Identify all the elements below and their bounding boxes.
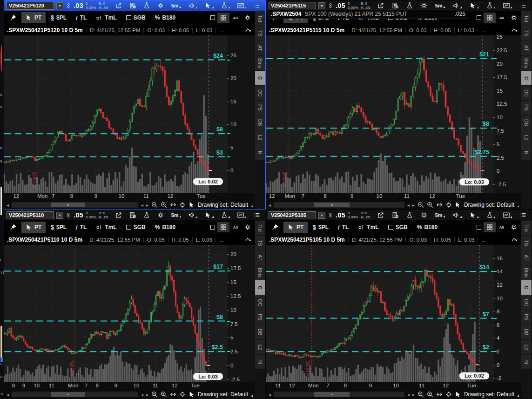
- side-tab-oc[interactable]: OC: [521, 295, 532, 310]
- chart-area[interactable]: 4/18/25$21$8$2.75Lo: 0.03 2522.52017.515…: [266, 35, 521, 193]
- link-icon[interactable]: [328, 212, 333, 218]
- cursor-tool-dropdown[interactable]: [470, 212, 478, 218]
- page-left-icon[interactable]: ◂: [141, 392, 143, 397]
- menu-icon[interactable]: [520, 212, 526, 218]
- side-tab-ts[interactable]: TS: [255, 26, 265, 41]
- candlestick-plot[interactable]: 4/18/25$14$7$2Lo: 0.02: [266, 245, 493, 382]
- zoom-out-icon[interactable]: [151, 391, 158, 398]
- maximize-button[interactable]: [209, 14, 216, 21]
- crosshair-target-icon[interactable]: [179, 391, 186, 398]
- gear-icon[interactable]: [157, 212, 164, 218]
- symbol-dropdown-button[interactable]: ▼: [56, 2, 63, 9]
- chart-scrollbar[interactable]: [274, 202, 404, 208]
- side-tab-l2[interactable]: L2: [255, 130, 265, 145]
- link-icon[interactable]: [66, 212, 71, 218]
- side-tab-at[interactable]: AT: [521, 250, 532, 265]
- symbol-input[interactable]: V250421P5105: [269, 211, 316, 219]
- gear-icon[interactable]: [421, 212, 427, 218]
- side-tab-db[interactable]: DB: [255, 325, 265, 339]
- price-axis[interactable]: 2017.51512.5107.552.50-2.5: [227, 245, 255, 382]
- scroll-left-icon[interactable]: ◂: [269, 392, 271, 397]
- side-tab-ts[interactable]: TS: [255, 236, 265, 250]
- studies-dropdown[interactable]: [221, 2, 230, 9]
- zoom-out-icon[interactable]: [151, 202, 158, 208]
- zoom-in-icon[interactable]: [161, 391, 167, 398]
- share-icon[interactable]: [377, 2, 384, 9]
- menu-icon[interactable]: [254, 212, 260, 218]
- patterns-dropdown[interactable]: [237, 2, 246, 9]
- chart-area[interactable]: 4/18/25$24$8$3Lo: 0.02 2520151050: [4, 35, 255, 193]
- side-tab-db[interactable]: DB: [255, 115, 265, 130]
- side-tab-ts[interactable]: TS: [521, 26, 532, 41]
- link-icon[interactable]: [328, 3, 333, 8]
- zoom-in-icon[interactable]: [161, 202, 167, 208]
- side-tab-n[interactable]: N: [255, 355, 265, 369]
- page-left-icon[interactable]: ◂: [407, 392, 410, 397]
- side-tab-l2[interactable]: L2: [521, 340, 532, 354]
- scrollbar-thumb[interactable]: [314, 392, 350, 397]
- horizontal-expand-icon[interactable]: [436, 391, 443, 398]
- chart-scrollbar[interactable]: [12, 202, 138, 208]
- price-axis[interactable]: 2522.52017.51512.5107.552.50-2.5: [493, 35, 521, 193]
- symbol-input[interactable]: V250421P5110: [7, 211, 54, 219]
- tml-tool-button[interactable]: TmL: [354, 222, 383, 233]
- side-tab-n[interactable]: N: [521, 145, 532, 160]
- side-tab-btns[interactable]: Btns: [521, 265, 532, 280]
- cursor-tool-dropdown[interactable]: [205, 2, 214, 9]
- alerts-dropdown[interactable]: [189, 2, 197, 9]
- b180-tool-button[interactable]: %B180: [151, 222, 180, 233]
- flask-icon[interactable]: [143, 2, 150, 9]
- chart-style-button[interactable]: [241, 27, 255, 34]
- tml-tool-button[interactable]: TmL: [92, 222, 121, 233]
- grid-layout-button[interactable]: [217, 222, 229, 232]
- zoom-out-icon[interactable]: [418, 391, 424, 398]
- chart-scrollbar[interactable]: [274, 392, 404, 397]
- maximize-button[interactable]: [475, 223, 483, 231]
- candlestick-plot[interactable]: 4/18/25$24$8$3Lo: 0.02: [4, 35, 227, 193]
- spl-tool-button[interactable]: $$PL: [309, 222, 333, 233]
- menu-icon[interactable]: [254, 2, 260, 9]
- zoom-in-icon[interactable]: [427, 202, 433, 208]
- cursor-icon[interactable]: [189, 202, 195, 208]
- drawing-set-label[interactable]: Drawing set: Default: [198, 391, 248, 398]
- horizontal-expand-icon[interactable]: [170, 202, 176, 208]
- notes-icon[interactable]: [129, 2, 136, 9]
- menu-icon[interactable]: [520, 2, 526, 9]
- chart-area[interactable]: 4/18/25$14$7$2Lo: 0.02 1614121086420-2: [266, 245, 521, 382]
- studies-dropdown[interactable]: [486, 2, 495, 9]
- timeframe-dropdown[interactable]: 5m: [435, 3, 445, 8]
- tml-tool-button[interactable]: TmL: [92, 12, 121, 23]
- side-tab-db[interactable]: DB: [521, 325, 532, 339]
- time-axis[interactable]: 1112Mon789101112Tue: [266, 382, 521, 390]
- all-button[interactable]: All: [230, 225, 241, 230]
- alerts-dropdown[interactable]: [453, 212, 462, 218]
- cursor-tool-dropdown[interactable]: [205, 212, 214, 218]
- maximize-button[interactable]: [209, 223, 216, 231]
- drawing-set-label[interactable]: Drawing set: Default: [198, 202, 248, 208]
- pointer-tool-button[interactable]: PT: [21, 12, 46, 23]
- side-tab-at[interactable]: AT: [255, 250, 265, 265]
- drawing-set-label[interactable]: Drawing set: Default: [464, 391, 514, 398]
- cursor-icon[interactable]: [455, 391, 461, 398]
- scrollbar-thumb[interactable]: [314, 203, 350, 207]
- side-tab-ts[interactable]: TS: [521, 236, 532, 250]
- time-axis[interactable]: 891011Mon789101112Tue: [4, 382, 255, 390]
- side-tab-ps[interactable]: PS: [521, 310, 532, 325]
- trendline-tool-button[interactable]: /TL: [72, 222, 91, 233]
- scroll-left-icon[interactable]: ◂: [7, 203, 9, 208]
- scrollbar-thumb[interactable]: [51, 392, 85, 397]
- drawing-set-label[interactable]: Drawing set: Default: [464, 202, 514, 208]
- symbol-input[interactable]: V250421P5115: [269, 2, 316, 10]
- side-tab-c[interactable]: C: [255, 280, 265, 295]
- side-tab-btns[interactable]: Btns: [255, 56, 265, 70]
- spl-tool-button[interactable]: $$PL: [47, 222, 71, 233]
- symbol-dropdown-button[interactable]: ▼: [318, 2, 325, 9]
- studies-dropdown[interactable]: [486, 212, 495, 218]
- scroll-left-icon[interactable]: ◂: [269, 203, 271, 208]
- chart-style-button[interactable]: [241, 237, 255, 243]
- page-left-icon[interactable]: ◂: [407, 203, 410, 208]
- notes-icon[interactable]: [392, 2, 398, 9]
- crosshair-target-icon[interactable]: [445, 391, 452, 398]
- trendline-tool-button[interactable]: /TL: [72, 12, 91, 23]
- scrollbar-thumb[interactable]: [51, 203, 85, 207]
